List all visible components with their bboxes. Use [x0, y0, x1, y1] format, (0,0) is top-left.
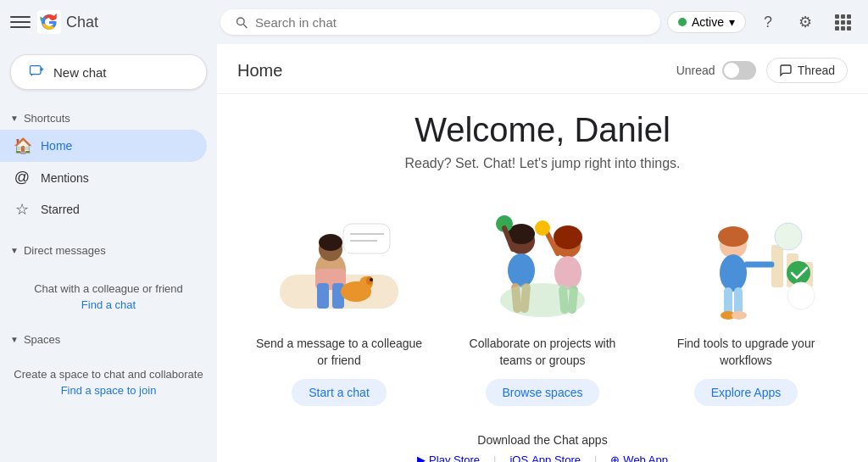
welcome-title: Welcome, Daniel	[237, 111, 848, 149]
status-dot	[678, 18, 687, 26]
svg-point-47	[732, 311, 747, 320]
find-space-section: Create a space to chat and collaborate F…	[0, 354, 217, 410]
apps-button[interactable]	[827, 7, 858, 37]
explore-apps-button[interactable]: Explore Apps	[694, 379, 798, 406]
spaces-section: ▼ Spaces	[0, 325, 217, 354]
app-store-link[interactable]: iOS App Store	[509, 454, 581, 462]
play-store-link[interactable]: ▶ Play Store	[417, 454, 480, 462]
menu-icon[interactable]	[10, 12, 31, 32]
direct-messages-label: Direct messages	[24, 244, 106, 257]
app-logo: Chat	[37, 10, 98, 34]
shortcuts-label: Shortcuts	[24, 112, 70, 125]
dropdown-arrow: ▾	[729, 15, 735, 29]
sidebar: New chat ▼ Shortcuts 🏠 Home @ Mentions ☆…	[0, 44, 217, 462]
explore-apps-text: Find tools to upgrade your workflows	[661, 336, 831, 369]
shortcuts-section: ▼ Shortcuts 🏠 Home @ Mentions ☆ Starred	[0, 107, 217, 225]
topbar: Chat Active ▾ ? ⚙	[0, 0, 868, 44]
nav-item-mentions-label: Mentions	[41, 171, 89, 185]
svg-point-29	[535, 220, 550, 236]
svg-rect-9	[317, 283, 329, 309]
svg-point-27	[554, 225, 582, 249]
chat-colleague-text: Chat with a colleague or friend	[14, 282, 203, 295]
main-layout: New chat ▼ Shortcuts 🏠 Home @ Mentions ☆…	[0, 44, 868, 462]
download-links: ▶ Play Store | iOS App Store | ⊕ Web App	[244, 454, 841, 462]
direct-messages-header[interactable]: ▼ Direct messages	[0, 239, 217, 262]
svg-point-18	[370, 278, 373, 281]
direct-messages-section: ▼ Direct messages	[0, 239, 217, 262]
find-chat-link[interactable]: Find a chat	[14, 298, 203, 311]
google-g-icon	[37, 10, 61, 34]
browse-spaces-illustration	[466, 198, 619, 326]
find-space-link[interactable]: Find a space to join	[14, 384, 203, 397]
svg-point-38	[787, 261, 810, 285]
unread-toggle: Unread	[676, 61, 756, 80]
svg-point-23	[508, 253, 535, 287]
content-header: Home Unread Thread	[217, 44, 868, 94]
spaces-header[interactable]: ▼ Spaces	[0, 328, 217, 351]
download-section: Download the Chat apps ▶ Play Store | iO…	[237, 426, 848, 462]
header-actions: Unread Thread	[676, 58, 848, 83]
start-chat-text: Send a message to a colleague or friend	[254, 336, 424, 369]
apps-grid-icon	[835, 14, 851, 31]
create-space-text: Create a space to chat and collaborate	[14, 368, 203, 381]
thread-button[interactable]: Thread	[766, 58, 848, 83]
search-input[interactable]	[255, 15, 647, 30]
toggle-knob	[724, 63, 739, 78]
welcome-subtitle: Ready? Set. Chat! Let's jump right into …	[237, 156, 848, 171]
cards-row: Send a message to a colleague or friend …	[237, 198, 848, 406]
play-store-label: Play Store	[429, 454, 480, 462]
search-bar[interactable]	[220, 9, 660, 35]
sidebar-item-home[interactable]: 🏠 Home	[0, 130, 207, 162]
topbar-right: Active ▾ ? ⚙	[667, 7, 858, 37]
download-title: Download the Chat apps	[244, 433, 841, 447]
find-chat-section: Chat with a colleague or friend Find a c…	[0, 269, 217, 325]
play-store-icon: ▶	[417, 454, 426, 462]
svg-point-41	[718, 226, 748, 247]
help-button[interactable]: ?	[753, 7, 783, 37]
sidebar-item-mentions[interactable]: @ Mentions	[0, 162, 207, 193]
spaces-arrow: ▼	[10, 335, 19, 344]
shortcuts-arrow: ▼	[10, 114, 19, 123]
new-chat-icon	[28, 64, 45, 81]
svg-point-39	[787, 282, 815, 309]
dm-arrow: ▼	[10, 246, 19, 255]
divider-1: |	[493, 454, 496, 462]
browse-spaces-button[interactable]: Browse spaces	[486, 379, 600, 406]
thread-icon	[779, 64, 793, 77]
explore-apps-illustration	[670, 198, 822, 326]
ios-label: iOS	[509, 454, 528, 462]
explore-apps-card: Find tools to upgrade your workflows Exp…	[661, 198, 831, 406]
start-chat-button[interactable]: Start a chat	[292, 379, 387, 406]
svg-point-37	[775, 223, 802, 250]
svg-rect-11	[343, 224, 390, 253]
active-status-button[interactable]: Active ▾	[667, 11, 746, 33]
new-chat-label: New chat	[53, 65, 107, 80]
topbar-left: Chat	[10, 10, 214, 34]
sidebar-item-starred[interactable]: ☆ Starred	[0, 193, 207, 225]
app-store-label: App Store	[531, 454, 581, 462]
web-app-icon: ⊕	[610, 454, 620, 462]
svg-rect-1	[31, 66, 42, 75]
content-area: Home Unread Thread Welcome, Daniel Re	[217, 44, 868, 462]
star-icon: ☆	[14, 200, 31, 219]
svg-point-33	[500, 283, 585, 317]
home-icon: 🏠	[14, 136, 31, 155]
web-app-link[interactable]: ⊕ Web App	[610, 454, 668, 462]
settings-button[interactable]: ⚙	[790, 7, 821, 37]
nav-item-starred-label: Starred	[41, 203, 80, 216]
start-chat-illustration	[263, 198, 415, 326]
thread-label: Thread	[798, 64, 835, 77]
browse-spaces-card: Collaborate on projects with teams or gr…	[458, 198, 627, 406]
welcome-area: Welcome, Daniel Ready? Set. Chat! Let's …	[217, 94, 868, 462]
spaces-label: Spaces	[24, 333, 60, 346]
app-title: Chat	[66, 14, 98, 31]
new-chat-button[interactable]: New chat	[10, 54, 207, 90]
unread-switch[interactable]	[722, 61, 756, 80]
active-label: Active	[692, 15, 724, 29]
nav-item-home-label: Home	[41, 139, 72, 153]
content-title: Home	[237, 61, 282, 81]
divider-2: |	[594, 454, 597, 462]
shortcuts-header[interactable]: ▼ Shortcuts	[0, 107, 217, 130]
web-app-label: Web App	[623, 454, 668, 462]
start-chat-card: Send a message to a colleague or friend …	[254, 198, 424, 406]
